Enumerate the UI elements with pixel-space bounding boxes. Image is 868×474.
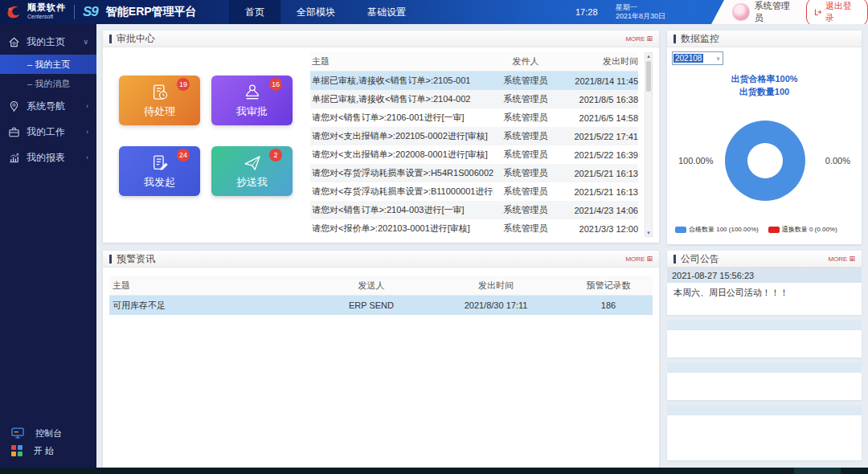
start-button[interactable]: 开 始 [0,442,96,460]
sidebar-item-my-reports[interactable]: 我的报表 › [0,145,96,170]
user-avatar[interactable] [732,3,750,21]
logout-button[interactable]: 退出登录 [806,0,868,27]
legend-label: 合格数量 100 (100.00%) [689,225,759,234]
chart-icon [8,152,20,164]
sidebar-item-label: 我的工作 [27,125,65,139]
announcements-more-button[interactable]: MORE ⊞ [828,255,855,263]
shipment-qty-text: 出货数量100 [667,85,862,98]
announcement-empty-slot [667,320,862,330]
tile-label: 抄送我 [236,175,268,190]
more-box-icon: ⊞ [849,255,855,263]
table-row[interactable]: 单据已审核,请接收<销售订单>:2104-002 系统管理员 2021/8/5 … [310,90,638,108]
table-row[interactable]: 请您对<存货浮动耗损率设置>:B11000001进行[审核] 系统管理员 202… [310,182,638,201]
brand-text: 顺景软件 Centersoft [27,3,66,21]
scrollbar-thumb[interactable] [646,61,651,92]
table-row[interactable]: 请您对<销售订单>:2106-001进行[一审] 系统管理员 2021/6/5 … [310,108,638,127]
table-row[interactable]: 单据已审核,请接收<销售订单>:2105-001 系统管理员 2021/8/14… [310,72,638,90]
donut-left-label: 100.00% [678,156,713,165]
sidebar-subitem-my-messages[interactable]: 我的消息 [0,74,96,93]
sidebar-item-label: 系统导航 [27,100,65,113]
title-bar-accent [109,35,112,43]
scroll-down-icon[interactable]: ▼ [645,231,652,235]
tab-home[interactable]: 首页 [229,0,280,24]
user-area: 系统管理员 退出登录 [711,0,868,24]
sidebar-subitem-my-home[interactable]: 我的主页 [0,55,96,74]
cc-count-badge: 2 [269,149,282,161]
sidebar-item-my-home[interactable]: 我的主页 ∨ [0,29,96,55]
announcement-date[interactable]: 2021-08-27 15:56:23 [667,269,862,283]
logout-label: 退出登录 [825,0,860,24]
alerts-panel-title: 预警资讯 [117,252,155,266]
alerts-more-button[interactable]: MORE ⊞ [625,255,653,263]
sidebar-item-my-work[interactable]: 我的工作 › [0,119,96,145]
more-label: MORE [828,255,847,263]
announcement-empty-slot [667,362,862,373]
donut-chart [725,121,805,201]
map-pin-icon [8,100,20,112]
chevron-right-icon: › [86,128,88,136]
table-row[interactable]: 请您对<销售订单>:2104-003进行[一审] 系统管理员 2021/4/23… [310,201,638,219]
legend-swatch-red [768,227,780,233]
approval-more-button[interactable]: MORE ⊞ [625,35,653,43]
cell-subject: 请您对<报价单>:202103-0001进行[审核] [310,223,493,235]
announcement-empty-slot [667,415,862,460]
chart-legend: 合格数量 100 (100.00%) 退换数量 0 (0.00%) [675,225,837,234]
col-alert-count: 预警记录数 [564,280,653,292]
clipboard-clock-icon [149,82,170,103]
console-icon [11,427,24,439]
cell-subject: 请您对<销售订单>:2106-001进行[一审] [310,112,493,124]
console-button[interactable]: 控制台 [0,424,96,442]
approval-table-rows: 单据已审核,请接收<销售订单>:2105-001 系统管理员 2021/8/14… [310,72,638,238]
monitor-summary: 出货合格率100% 出货数量100 [667,72,862,98]
table-scrollbar[interactable]: ▲ ▼ [645,52,653,237]
title-bar-accent [674,35,676,43]
chevron-right-icon: › [86,102,88,110]
cell-sender: ERP SEND [315,300,428,310]
start-label: 开 始 [34,445,54,457]
table-row[interactable]: 请您对<支出报销单>:202105-0002进行[审核] 系统管理员 2021/… [310,127,638,145]
announcement-empty-slot [667,330,862,358]
table-row[interactable]: 请您对<报价单>:202103-0001进行[审核] 系统管理员 2021/3/… [310,219,638,238]
cell-sender: 系统管理员 [493,149,558,161]
tile-pending[interactable]: 19 待处理 [119,76,200,125]
username-label: 系统管理员 [755,0,798,24]
legend-item-return: 退换数量 0 (0.00%) [768,225,837,234]
tile-my-approvals[interactable]: 16 我审批 [211,76,293,125]
tab-base-settings[interactable]: 基础设置 [351,0,422,24]
alerts-panel: 预警资讯 MORE ⊞ 主题 发送人 发出时间 预警记录数 可用库存不足 ERP… [103,251,659,468]
cell-subject: 单据已审核,请接收<销售订单>:2105-001 [310,75,493,87]
sidebar-item-system-nav[interactable]: 系统导航 › [0,93,96,119]
table-row[interactable]: 请您对<支出报销单>:202008-0001进行[审核] 系统管理员 2021/… [310,145,638,164]
announcement-empty-slot [667,373,862,400]
more-box-icon: ⊞ [646,35,653,43]
col-sender: 发件人 [493,55,558,67]
table-row[interactable]: 可用库存不足 ERP SEND 2021/8/30 17:11 186 [109,296,653,315]
tile-cc-me[interactable]: 2 抄送我 [211,146,293,196]
data-monitor-panel: 数据监控 202108 ∨ 出货合格率100% 出货数量100 100.00% … [667,31,862,244]
period-select[interactable]: 202108 ∨ [672,51,723,65]
initiated-count-badge: 24 [177,149,190,161]
cell-subject: 单据已审核,请接收<销售订单>:2104-002 [310,93,493,105]
sidebar-item-label: 我的报表 [27,151,65,165]
table-row[interactable]: 请您对<存货浮动耗损率设置>:H54R1S006002进行[审核] 系统管理员 … [310,164,638,182]
approval-panel-title: 审批中心 [117,32,155,46]
tile-initiated-by-me[interactable]: 24 我发起 [119,146,200,196]
approval-center-panel: 审批中心 MORE ⊞ 19 待处理 16 [103,31,659,243]
cell-subject: 请您对<存货浮动耗损率设置>:B11000001进行[审核] [310,186,493,198]
company-logo-icon [5,3,23,21]
sidebar: 我的主页 ∨ 我的主页 我的消息 系统导航 › 我的工作 › [0,24,96,468]
cell-subject: 请您对<销售订单>:2104-003进行[一审] [310,204,493,216]
tile-label: 我发起 [144,175,175,190]
taskbar-segment [794,468,841,474]
announcement-content: 本周六、周日公司活动！！！ [667,283,862,315]
monitor-panel-header: 数据监控 [667,31,862,47]
cell-time: 2021/5/21 16:13 [558,187,638,197]
col-sent-time: 发出时间 [428,280,564,292]
tab-all-modules[interactable]: 全部模块 [280,0,351,24]
announcements-panel-title: 公司公告 [681,252,719,266]
my-approvals-count-badge: 16 [269,78,282,91]
stamp-icon [242,82,263,103]
scroll-up-icon[interactable]: ▲ [645,54,652,59]
cell-time: 2021/8/30 17:11 [428,300,564,310]
col-sender: 发送人 [315,280,428,292]
